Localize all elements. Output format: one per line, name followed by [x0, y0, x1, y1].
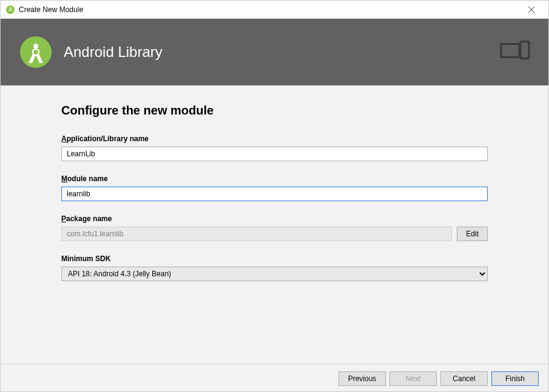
min-sdk-select[interactable]: API 18: Android 4.3 (Jelly Bean): [61, 267, 488, 281]
app-name-label: Application/Library name: [61, 135, 488, 143]
titlebar: Create New Module: [1, 1, 548, 19]
content-area: Configure the new module Application/Lib…: [1, 85, 548, 364]
package-name-display: com.lcfu1.learnlib: [61, 227, 452, 241]
package-name-label: Package name: [61, 214, 488, 223]
android-studio-logo-icon: [19, 35, 53, 69]
next-button: Next: [389, 371, 437, 386]
app-name-group: Application/Library name: [61, 135, 488, 161]
app-name-input[interactable]: [61, 147, 488, 161]
banner-title: Android Library: [64, 44, 163, 61]
svg-point-1: [10, 8, 12, 10]
svg-rect-9: [520, 42, 529, 59]
banner: Android Library: [1, 19, 548, 85]
min-sdk-group: Minimum SDK API 18: Android 4.3 (Jelly B…: [61, 254, 488, 281]
module-name-group: Module name: [61, 174, 488, 201]
cancel-button[interactable]: Cancel: [440, 371, 488, 386]
package-name-group: Package name com.lcfu1.learnlib Edit: [61, 214, 488, 241]
svg-rect-8: [501, 44, 519, 58]
device-icon: [500, 41, 530, 64]
module-name-label: Module name: [61, 174, 488, 183]
window-title: Create New Module: [19, 5, 519, 14]
page-heading: Configure the new module: [61, 104, 488, 118]
finish-button[interactable]: Finish: [491, 371, 539, 386]
footer: Previous Next Cancel Finish: [1, 364, 548, 392]
android-studio-icon: [5, 5, 15, 15]
edit-package-button[interactable]: Edit: [457, 227, 488, 241]
min-sdk-label: Minimum SDK: [61, 254, 488, 263]
module-name-input[interactable]: [61, 187, 488, 201]
previous-button[interactable]: Previous: [338, 371, 386, 386]
close-button[interactable]: [519, 1, 544, 18]
